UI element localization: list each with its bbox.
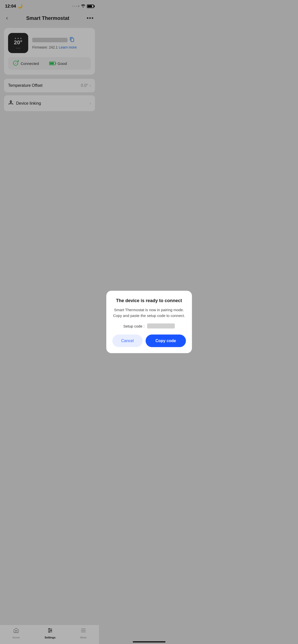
modal-overlay[interactable] [0,0,99,214]
